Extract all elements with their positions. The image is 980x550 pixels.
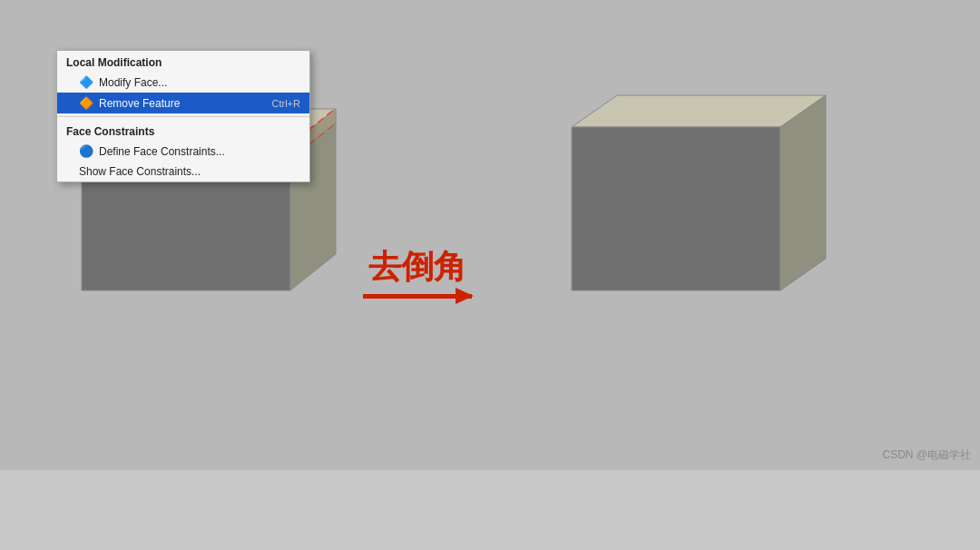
svg-marker-10: [572, 127, 780, 290]
svg-marker-11: [780, 95, 826, 290]
face-constraints-title: Face Constraints: [57, 120, 309, 141]
annotation-container: 去倒角: [363, 245, 472, 299]
local-modification-title: Local Modification: [57, 51, 309, 72]
local-modification-dropdown: Local Modification 🔷 Modify Face... 🔶 Re…: [56, 50, 310, 182]
remove-feature-item[interactable]: 🔶 Remove Feature Ctrl+R: [57, 93, 309, 113]
chinese-annotation: 去倒角: [368, 245, 466, 290]
watermark: CSDN @电磁学社: [882, 447, 971, 463]
right-arrow: [363, 294, 472, 299]
define-face-constraints-item[interactable]: 🔵 Define Face Constraints...: [57, 141, 309, 162]
dropdown-divider: [57, 116, 309, 117]
right-box-3d: [517, 91, 862, 381]
modify-face-item[interactable]: 🔷 Modify Face...: [57, 72, 309, 93]
show-face-constraints-item[interactable]: Show Face Constraints...: [57, 162, 309, 182]
